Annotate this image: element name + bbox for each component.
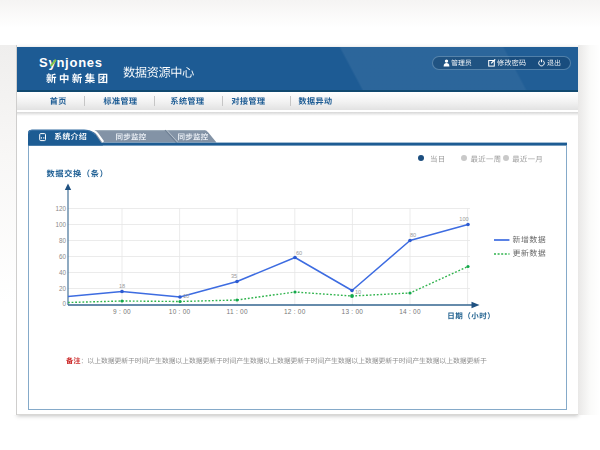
svg-text:100: 100 — [55, 220, 66, 227]
svg-text:14 : 00: 14 : 00 — [399, 308, 421, 315]
svg-text:120: 120 — [55, 204, 66, 211]
svg-text:60: 60 — [59, 252, 67, 259]
svg-text:10: 10 — [183, 292, 189, 298]
svg-text:35: 35 — [231, 273, 237, 279]
svg-text:9 : 00: 9 : 00 — [113, 308, 131, 315]
svg-text:18: 18 — [119, 282, 125, 288]
svg-text:10: 10 — [355, 289, 361, 295]
svg-text:40: 40 — [59, 268, 67, 275]
svg-text:10 : 00: 10 : 00 — [169, 308, 191, 315]
svg-text:80: 80 — [59, 236, 67, 243]
svg-text:13 : 00: 13 : 00 — [342, 308, 364, 315]
svg-text:80: 80 — [410, 232, 416, 238]
svg-text:11 : 00: 11 : 00 — [227, 308, 248, 315]
svg-text:12 : 00: 12 : 00 — [284, 308, 306, 315]
svg-text:100: 100 — [459, 216, 468, 222]
svg-text:20: 20 — [59, 284, 67, 291]
svg-text:60: 60 — [296, 249, 302, 255]
svg-text:0: 0 — [62, 300, 66, 307]
